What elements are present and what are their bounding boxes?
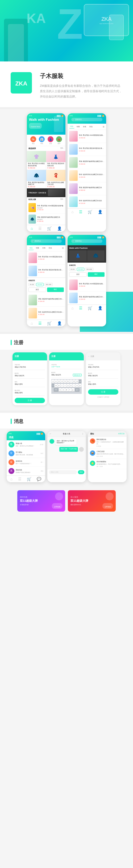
search-bar-3[interactable]: 🔍 搜索商品 (31, 239, 62, 243)
product-item-1[interactable]: 👚 秋冬 男女同款 2018潮流新款短袖T恤 ¥ 258.00 (27, 151, 46, 169)
price-chip-2[interactable]: 200-500 (36, 283, 44, 286)
cat-icon-new[interactable]: 🛍 新品 (30, 136, 36, 144)
nav3-profile[interactable]: 👤 (57, 321, 62, 326)
filter-tab-sales[interactable]: 销量 (76, 125, 81, 128)
nav-chat-home[interactable]: ⌂ (10, 477, 12, 481)
nav2-cart[interactable]: 🛒 (88, 210, 92, 214)
reg-submit-3[interactable]: 注 册 (88, 389, 118, 395)
msg-received-1: 您好！请问有什么可以帮助您的吗？ (49, 439, 84, 445)
product-item-3[interactable]: 🧥 男装 潮流简约修身男款连帽卫衣 ¥ 299.00 (27, 170, 46, 188)
filter3-tab-2[interactable]: 销量 (35, 246, 40, 250)
price-chip4-3[interactable]: 500-1000 (85, 268, 93, 271)
product-item-2[interactable]: 👗 秋冬 男女同款 潮流休闲套装女装 ¥ 358.00 (46, 151, 65, 169)
list3-product-2[interactable]: 秋冬 男女同款 潮流休闲套装女装2018 ¥ 358.00 (27, 265, 65, 278)
nav2-profile[interactable]: 👤 (98, 210, 102, 214)
nav4-cart[interactable]: 🛒 (88, 306, 92, 310)
price-chips: 00-200 200-500 500-1000 (29, 283, 64, 286)
filter3-icon: ⊞ (62, 247, 64, 249)
nav4-profile[interactable]: 👤 (98, 306, 102, 310)
chat-input[interactable]: 请输入消息 (49, 470, 77, 474)
dark-product-2[interactable]: 🧥 (87, 250, 105, 261)
fashion-item-2[interactable]: 🧥 男装 潮流简约修身男款连帽卫衣 精品推荐 ¥ 299.00 (27, 213, 65, 225)
filter-tab-comprehensive[interactable]: 综合 (69, 125, 75, 128)
list3-product-3[interactable]: 男装 潮流简约修身男款连帽卫衣2018 ¥ 299.00 (27, 293, 65, 307)
product-item-4[interactable]: 🧣 秋冬 短款时尚街头连帽卫衣女款 ¥ 299.00 (46, 170, 65, 188)
mark-all-read[interactable]: 全部已读 (118, 433, 125, 435)
filter-tab-filter[interactable]: 筛选 (88, 125, 94, 128)
send-btn[interactable]: 发送 (78, 470, 84, 474)
ad-banner-purple[interactable]: 限时特惠 双11超级大牌 全场低至5折 立即抢购 (17, 490, 65, 512)
price-chip-3[interactable]: 500-1000 (44, 283, 53, 286)
more-btn[interactable]: ⋮ (82, 433, 84, 435)
nav3-category[interactable]: ☰ (38, 321, 42, 326)
chat-item-2[interactable]: 官 官方通知 您的订单已发货，请注意查收 昨天 (7, 449, 45, 458)
bottom-nav-4: ⌂ ☰ 🛒 👤 (68, 305, 106, 311)
reset-btn-4[interactable]: 重置 (69, 272, 87, 277)
price-chip-1[interactable]: 00-200 (29, 283, 35, 286)
messages-phones: 9:41 ▋▋▋ 📶 消息 客 客服小美 您好，请问有什么可以帮助您？ 10:3… (0, 429, 133, 488)
ad-cta-1[interactable]: 立即抢购 (52, 503, 62, 509)
notif-item-2[interactable]: 📦 订单已发货 您的订单 #20241101 已发货，预计3天内到达... 昨天… (88, 449, 127, 459)
ad-banner-pink[interactable]: 双11预售 双11超级大牌 爆款直降300元 立即抢购 (68, 490, 116, 512)
filter3-tab-1[interactable]: 综合 (29, 246, 34, 250)
nav-category[interactable]: ☰ (38, 226, 42, 230)
nav-cart[interactable]: 🛒 (47, 226, 52, 230)
search-bar[interactable]: 🔍 搜索商品 (71, 118, 102, 121)
nav3-cart[interactable]: 🛒 (47, 321, 52, 326)
nav-home[interactable]: ⌂ (31, 226, 33, 230)
reg-submit-1[interactable]: 注 册 (15, 398, 45, 403)
cat-icon-men[interactable]: 👔 男装 (39, 136, 45, 144)
nav3-home[interactable]: ⌂ (31, 321, 33, 326)
phone-product-list: 9:41 ▋▋▋ 📶 🔍 搜索商品 综合 销量 价格 筛选 ⊞ (68, 113, 106, 231)
nav2-home[interactable]: ⌂ (71, 210, 74, 214)
chat-item-4[interactable]: 系 系统消息 您的账户信息已更新成功 周日 (7, 467, 45, 475)
list4-product-2[interactable]: 男装 潮流简约修身男款连帽卫衣2018 ¥ 299.00 (68, 291, 106, 305)
confirm-btn-4[interactable]: 确定 (88, 272, 105, 277)
fashion-item-1[interactable]: 👒 秋冬 男女同款 2018潮流新款短袖T恤 精品推荐 ¥ 258.00 (27, 202, 65, 213)
price-chip4-2[interactable]: 200-500 (77, 268, 84, 271)
list-product-3[interactable]: 男装 潮流简约修身男款连帽卫衣2018新款 ¥ 299.00 (68, 156, 106, 169)
notif-item-1[interactable]: 🎁 限时优惠活动 双十一大促销活动开始了，全场商品最高优惠5折... 2小时前 (88, 437, 127, 449)
get-code-btn[interactable]: 获取验证码 (73, 374, 82, 376)
dark-section: Walk with Fashion 👗 🧥 (68, 245, 106, 262)
price-chip4-1[interactable]: 00-200 (69, 268, 76, 271)
filter3-tab-4[interactable]: 筛选 (48, 246, 53, 250)
hero-tablet-mockup: ZKA app.fashionzm.com (84, 4, 129, 36)
ad-cta-2[interactable]: 立即抢购 (102, 503, 113, 509)
chat-item-1[interactable]: 客 客服小美 您好，请问有什么可以帮助您？ 10:30 (7, 440, 45, 449)
svg-text:ZKA: ZKA (15, 80, 27, 87)
nav-profile[interactable]: 👤 (57, 226, 62, 230)
list-product-5[interactable]: 男装 潮流简约修身男款连帽卫衣 ¥ 388.00 (68, 182, 106, 195)
banner-btn[interactable]: Explore Now (29, 123, 42, 129)
confirm-btn[interactable]: 确定 (47, 287, 64, 292)
search-bar-4[interactable]: 🔍 搜索商品 (71, 239, 102, 243)
nav-chat-msg[interactable]: 💬 (37, 477, 41, 481)
chat-item-3[interactable]: 促 促销活动 双十一大促销活动开始了！ 周一 (7, 458, 45, 467)
reg-field-phone-3: 手机号码 请输入手机号码 (88, 363, 118, 370)
ad-text-pink: 双11超级大牌 (71, 499, 113, 502)
list3-product-4[interactable]: 秋冬 短款时尚街头连帽卫衣女款2018 ¥ 299.00 (27, 307, 65, 320)
cat-icon-accessories[interactable]: 👜 配件 (56, 136, 62, 144)
login-link[interactable]: 已有账号？立即登录 (88, 396, 118, 398)
filter3-tab-3[interactable]: 价格 (41, 246, 47, 250)
list-product-4[interactable]: 秋冬 短款时尚街头连帽卫衣女款2018新款 ¥ 299.00 (68, 169, 106, 182)
dark-product-1[interactable]: 👗 (69, 250, 87, 261)
reg-field-confirm: 确认密码 请确认密码 (15, 388, 45, 396)
reset-btn[interactable]: 重置 (29, 287, 46, 292)
notif-item-3[interactable]: ⭐ 积分到账通知 您已获得100积分，可在下次购物中使用... 周一 10:00 (88, 459, 127, 469)
cat-icon-women[interactable]: 👗 女装 (48, 136, 53, 144)
nav-chat-cart[interactable]: 🛒 (27, 477, 31, 481)
back-btn[interactable]: ← (49, 433, 52, 435)
nav4-category[interactable]: ☰ (79, 306, 83, 310)
nav4-home[interactable]: ⌂ (71, 306, 74, 310)
list-product-1[interactable]: 秋冬 男女同款 2018潮流新款短袖T恤女装 ¥ 258.00 (68, 130, 106, 143)
filter-tab-price[interactable]: 价格 (82, 125, 87, 128)
nav2-category[interactable]: ☰ (79, 210, 83, 214)
phones-outer-container: 9:41 ▋▋▋ 📶 Walk with Fashion Explore Now… (0, 109, 133, 332)
nav-chat-category[interactable]: ☰ (18, 477, 21, 481)
list-product-6[interactable]: 秋冬 短款时尚街头连帽卫衣女款 ¥ 318.00 (68, 195, 106, 208)
product-list-vertical: 秋冬 男女同款 2018潮流新款短袖T恤女装 ¥ 258.00 秋冬 男女同款 … (68, 130, 106, 208)
list3-product-1[interactable]: 秋冬 男女同款 2018潮流新款短袖T恤女装 ¥ 258.00 (27, 251, 65, 265)
list4-product-1[interactable]: 秋冬 男女同款 2018潮流新款短袖T恤女装 ¥ 258.00 (68, 278, 106, 291)
list-product-2[interactable]: 秋冬 男女同款 潮流休闲套装女装2018新款 ¥ 358.00 (68, 143, 106, 156)
